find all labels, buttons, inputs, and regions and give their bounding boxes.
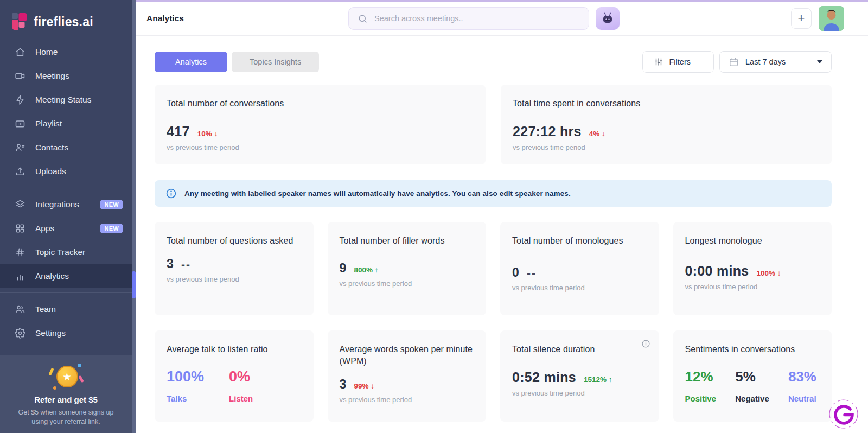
listen-label: Listen [229,394,253,403]
card-title: Total silence duration [512,343,647,355]
sidebar-item-meeting-status[interactable]: Meeting Status [0,88,132,112]
calendar-icon [729,57,739,67]
card-title: Total number of questions asked [167,235,302,247]
info-icon [165,188,177,199]
home-icon [14,47,25,58]
top-bar: Analytics + [136,2,868,36]
metric-value: 417 [167,124,190,139]
sidebar-item-label: Contacts [35,143,68,152]
metric-value: 3 [167,257,174,271]
card-filler-words: Total number of filler words 9 800% ↑ vs… [328,222,487,315]
card-title: Average words spoken per minute (WPM) [340,343,475,367]
sidebar-item-playlist[interactable]: Playlist [0,112,132,136]
banner-text: Any meeting with labelled speaker names … [184,189,571,198]
change-indicator: 10% ↓ [197,130,218,138]
date-range-label: Last 7 days [745,58,786,66]
metric-value: 0 [512,265,519,280]
change-indicator: 100% ↓ [757,269,781,277]
sidebar-item-label: Team [35,304,56,314]
playlist-icon [14,118,25,130]
sidebar-item-label: Uploads [35,167,66,176]
change-indicator: 4% ↓ [589,130,605,138]
sidebar-item-uploads[interactable]: Uploads [0,160,132,183]
fireflies-logo-icon [12,13,27,30]
tab-topics-insights[interactable]: Topics Insights [232,52,319,72]
sidebar-nav: Home Meetings Meeting Status Playlist Co… [0,40,132,345]
sidebar-item-team[interactable]: Team [0,297,132,321]
positive-label: Positive [685,394,717,403]
user-avatar[interactable] [819,6,844,31]
sidebar-item-label: Playlist [35,119,62,129]
card-longest-monologue: Longest monologue 0:00 mins 100% ↓ vs pr… [673,222,832,315]
gear-icon [14,328,25,339]
change-indicator: -- [181,258,191,271]
sidebar-item-settings[interactable]: Settings [0,321,132,345]
info-icon[interactable] [641,339,650,351]
card-time-spent: Total time spent in conversations 227:12… [501,85,832,164]
sidebar-divider [0,188,132,188]
contacts-icon [14,142,25,154]
card-title: Longest monologue [685,235,820,247]
comparison-label: vs previous time period [512,389,647,397]
change-indicator: 800% ↑ [354,266,379,274]
brand-wordmark: fireflies.ai [34,15,93,29]
card-title: Total number of monologues [512,235,647,247]
listen-value: 0% [229,368,253,385]
sidebar-item-label: Topic Tracker [35,247,85,257]
sidebar-item-integrations[interactable]: Integrations NEW [0,193,132,217]
sidebar-item-label: Settings [35,328,66,338]
sidebar-item-contacts[interactable]: Contacts [0,136,132,160]
comparison-label: vs previous time period [167,275,302,283]
main-area: Analytics + [136,0,868,433]
comparison-label: vs previous time period [685,283,820,291]
card-talk-listen-ratio: Average talk to listen ratio 100% Talks … [155,330,314,422]
sidebar-item-label: Meetings [35,71,69,81]
neutral-value: 83% [788,368,816,385]
sidebar-item-label: Apps [35,224,54,233]
date-range-selector[interactable]: Last 7 days [719,51,832,73]
layers-icon [14,199,25,211]
sidebar-item-label: Integrations [35,200,79,209]
team-icon [14,304,25,315]
page-title: Analytics [146,14,348,23]
sidebar-item-analytics[interactable]: Analytics [0,264,132,288]
ai-assistant-button[interactable] [596,7,620,30]
card-title: Total time spent in conversations [513,98,820,110]
card-silence-duration: Total silence duration 0:52 mins 1512% ↑… [500,330,659,422]
card-sentiments: Sentiments in conversations 12% Positive… [673,330,832,422]
lightning-icon [14,94,25,106]
chevron-down-icon [817,60,822,63]
search-input[interactable] [374,14,580,23]
brand-logo[interactable]: fireflies.ai [0,0,132,40]
sidebar: fireflies.ai Home Meetings Meeting Statu… [0,0,136,433]
sidebar-item-meetings[interactable]: Meetings [0,64,132,88]
screenshot-tool-watermark-icon [828,398,859,430]
sidebar-scrollbar[interactable] [132,0,136,433]
comparison-label: vs previous time period [340,396,475,404]
tab-analytics[interactable]: Analytics [155,52,227,72]
analytics-content: Analytics Topics Insights Filters Last 7… [136,36,868,433]
filters-button[interactable]: Filters [642,51,714,73]
reward-coin-icon: ★ [50,364,82,390]
toolbar: Analytics Topics Insights Filters Last 7… [155,51,832,73]
comparison-label: vs previous time period [512,284,647,292]
referral-panel[interactable]: ★ Refer and get $5 Get $5 when someone s… [0,355,132,433]
card-words-per-minute: Average words spoken per minute (WPM) 3 … [328,330,487,422]
search-bar[interactable] [348,7,589,30]
talks-label: Talks [167,394,204,403]
change-indicator: 99% ↓ [354,382,375,390]
comparison-label: vs previous time period [513,143,820,151]
change-indicator: -- [527,266,537,279]
grid-icon [14,223,25,234]
sliders-icon [654,57,663,67]
card-total-conversations: Total number of conversations 417 10% ↓ … [155,85,486,164]
sidebar-item-topic-tracker[interactable]: Topic Tracker [0,240,132,264]
sidebar-item-home[interactable]: Home [0,40,132,64]
filters-label: Filters [669,58,691,66]
video-camera-icon [14,71,25,82]
scrollbar-thumb[interactable] [132,271,136,298]
search-icon [358,14,368,24]
add-button[interactable]: + [791,8,812,29]
sidebar-item-apps[interactable]: Apps NEW [0,217,132,240]
sidebar-item-label: Analytics [35,271,69,281]
